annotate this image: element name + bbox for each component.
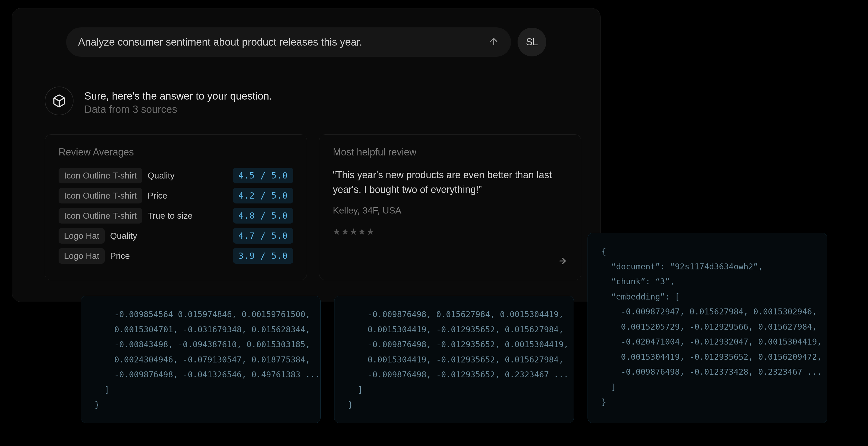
embedding-code-block: -0.009854564 0.015974846, 0.00159761500,… [81,296,321,423]
score-chip: 3.9 / 5.0 [233,248,293,264]
card-title: Review Averages [59,147,293,158]
product-chip: Icon Outline T-shirt [59,188,142,204]
review-row: Icon Outline T-shirt True to size 4.8 / … [59,208,293,224]
review-averages-card: Review Averages Icon Outline T-shirt Qua… [45,134,307,280]
helpful-review-card: Most helpful review “This year's new pro… [319,134,581,280]
search-row: SL [31,27,581,57]
submit-arrow-icon[interactable] [488,36,499,48]
main-response-panel: SL Sure, here's the answer to your quest… [12,8,600,302]
score-chip: 4.2 / 5.0 [233,188,293,204]
metric-label: Quality [110,231,227,241]
response-header: Sure, here's the answer to your question… [45,87,581,115]
score-chip: 4.5 / 5.0 [233,168,293,183]
user-avatar[interactable]: SL [518,28,546,56]
embedding-code-block: -0.009876498, 0.015627984, 0.0015304419,… [334,296,574,423]
review-row: Icon Outline T-shirt Price 4.2 / 5.0 [59,188,293,204]
review-row: Icon Outline T-shirt Quality 4.5 / 5.0 [59,168,293,183]
review-row: Logo Hat Price 3.9 / 5.0 [59,248,293,264]
card-title: Most helpful review [333,147,567,158]
score-chip: 4.7 / 5.0 [233,228,293,244]
product-chip: Logo Hat [59,248,105,264]
review-quote: “This year's new products are even bette… [333,168,567,197]
next-review-arrow-icon[interactable] [558,256,567,267]
metric-label: True to size [148,211,227,221]
review-author: Kelley, 34F, USA [333,205,567,216]
star-rating-icon: ★★★★★ [333,227,567,237]
product-chip: Icon Outline T-shirt [59,168,142,183]
product-chip: Logo Hat [59,228,105,244]
response-sources-line: Data from 3 sources [84,103,272,115]
assistant-icon [45,87,73,115]
metric-label: Quality [148,171,227,181]
search-box [66,27,511,57]
response-text: Sure, here's the answer to your question… [84,87,272,115]
metric-label: Price [148,191,227,201]
cards-row: Review Averages Icon Outline T-shirt Qua… [45,134,581,280]
metric-label: Price [110,251,227,261]
response-answer-line: Sure, here's the answer to your question… [84,90,272,102]
product-chip: Icon Outline T-shirt [59,208,142,224]
review-row: Logo Hat Quality 4.7 / 5.0 [59,228,293,244]
score-chip: 4.8 / 5.0 [233,208,293,224]
search-input[interactable] [78,36,488,48]
embedding-code-block: { “document”: “92s1174d3634owh2”, “chunk… [588,233,827,423]
